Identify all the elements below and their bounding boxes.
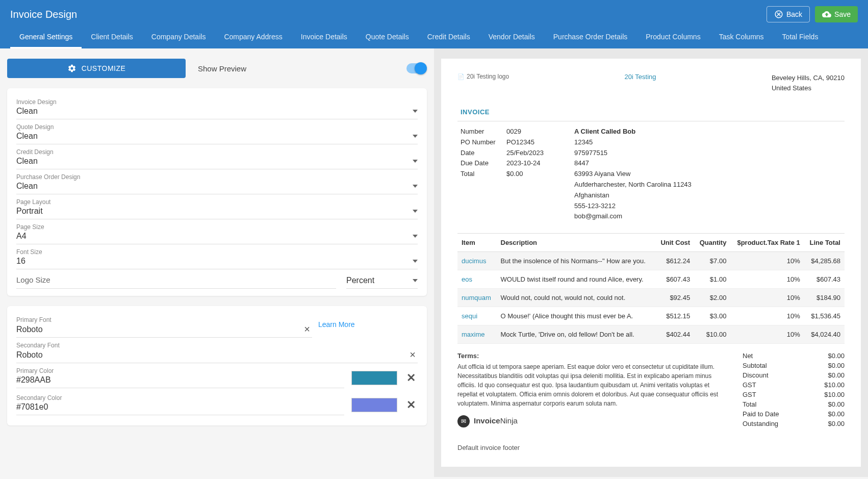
table-row: numquamWould not, could not, would not, … (457, 289, 845, 307)
page-layout-select[interactable]: Page Layout Portrait (16, 195, 418, 219)
invoice-terms: Terms: Aut officia id ut tempora saepe a… (457, 351, 727, 428)
page-size-select[interactable]: Page Size A4 (16, 220, 418, 244)
cloud-upload-icon (822, 10, 831, 19)
chevron-down-icon (413, 160, 418, 163)
total-row: GST$10.00 (743, 390, 845, 399)
line-total: $607.43 (804, 270, 845, 289)
line-description: Would not, could not, would not, could n… (497, 289, 655, 307)
font-size-select[interactable]: Font Size 16 (16, 245, 418, 269)
total-row: Discount$0.00 (743, 370, 845, 380)
invoice-title: INVOICE (457, 108, 845, 116)
line-cost: $512.15 (655, 307, 694, 325)
line-total: $4,285.68 (804, 252, 845, 270)
secondary-color-field[interactable]: Secondary Color #7081e0 (16, 394, 344, 415)
primary-color-field[interactable]: Primary Color #298AAB (16, 367, 344, 388)
line-description: WOULD twist itself round and round Alice… (497, 270, 655, 289)
column-header: Quantity (694, 234, 730, 252)
save-button[interactable]: Save (815, 6, 858, 22)
line-tax: 10% (730, 270, 804, 289)
column-header: Line Total (804, 234, 845, 252)
invoice-client-block: A Client Called Bob 12345 975977515 8447… (574, 127, 692, 222)
tab-company-details[interactable]: Company Details (142, 27, 215, 48)
tab-company-address[interactable]: Company Address (215, 27, 291, 48)
total-row: Paid to Date$0.00 (743, 409, 845, 419)
invoice-company-name: 20i Testing (625, 73, 656, 93)
credit-design-select[interactable]: Credit Design Clean (16, 145, 418, 169)
primary-color-swatch[interactable] (351, 371, 397, 385)
column-header: Unit Cost (655, 234, 694, 252)
invoice-design-select[interactable]: Invoice Design Clean (16, 95, 418, 119)
line-description: O Mouse!' (Alice thought this must ever … (497, 307, 655, 325)
tab-vendor-details[interactable]: Vendor Details (479, 27, 544, 48)
invoice-brand: ✉ InvoiceNinja (457, 415, 727, 427)
table-row: ducimusBut the insolence of his Normans-… (457, 252, 845, 270)
line-total: $1,536.45 (804, 307, 845, 325)
table-row: sequiO Mouse!' (Alice thought this must … (457, 307, 845, 325)
ninja-icon: ✉ (457, 415, 470, 427)
chevron-down-icon (413, 260, 418, 263)
line-tax: 10% (730, 307, 804, 325)
logo-size-label: Logo Size (16, 274, 336, 285)
total-row: GST$10.00 (743, 380, 845, 390)
column-header: Description (497, 234, 655, 252)
invoice-footer: Default invoice footer (457, 444, 845, 451)
invoice-logo: 20i Testing logo (457, 73, 509, 93)
chevron-down-icon (413, 185, 418, 188)
line-qty: $10.00 (694, 325, 730, 344)
line-qty: $2.00 (694, 289, 730, 307)
invoice-totals: Net$0.00Subtotal$0.00Discount$0.00GST$10… (743, 351, 845, 428)
app-header: Invoice Design Back Save General Setting… (0, 0, 868, 48)
line-item: numquam (457, 289, 497, 307)
gear-icon (67, 64, 76, 73)
show-preview-toggle[interactable] (406, 63, 427, 73)
clear-primary-font-icon[interactable]: × (302, 323, 312, 335)
line-cost: $607.43 (655, 270, 694, 289)
primary-font-select[interactable]: Primary Font Roboto × (16, 313, 312, 338)
table-row: eosWOULD twist itself round and round Al… (457, 270, 845, 289)
secondary-color-swatch[interactable] (351, 398, 397, 412)
tab-quote-details[interactable]: Quote Details (356, 27, 418, 48)
total-row: Net$0.00 (743, 351, 845, 361)
line-tax: 10% (730, 289, 804, 307)
tab-purchase-order-details[interactable]: Purchase Order Details (544, 27, 637, 48)
line-item: eos (457, 270, 497, 289)
total-row: Subtotal$0.00 (743, 361, 845, 370)
total-row: Total$0.00 (743, 399, 845, 409)
invoice-line-table: ItemDescriptionUnit CostQuantity$product… (457, 233, 845, 344)
learn-more-link[interactable]: Learn More (318, 320, 355, 332)
line-cost: $612.24 (655, 252, 694, 270)
tab-general-settings[interactable]: General Settings (10, 27, 82, 48)
quote-design-select[interactable]: Quote Design Clean (16, 120, 418, 144)
tab-credit-details[interactable]: Credit Details (418, 27, 479, 48)
secondary-font-select[interactable]: Secondary Font Roboto × (16, 339, 418, 363)
back-button[interactable]: Back (767, 6, 810, 22)
chevron-down-icon (413, 210, 418, 213)
column-header: Item (457, 234, 497, 252)
clear-secondary-font-icon[interactable]: × (407, 349, 418, 361)
line-tax: 10% (730, 252, 804, 270)
line-item: sequi (457, 307, 497, 325)
tab-task-columns[interactable]: Task Columns (710, 27, 773, 48)
purchase-order-design-select[interactable]: Purchase Order Design Clean (16, 170, 418, 194)
line-cost: $92.45 (655, 289, 694, 307)
tab-total-fields[interactable]: Total Fields (773, 27, 828, 48)
invoice-preview: 20i Testing logo 20i Testing Beveley Hil… (441, 59, 861, 467)
line-description: Mock Turtle, 'Drive on, old fellow! Don'… (497, 325, 655, 344)
total-row: Outstanding$0.00 (743, 419, 845, 428)
line-qty: $7.00 (694, 252, 730, 270)
invoice-meta: Number0029 PO NumberPO12345 Date25/Feb/2… (457, 121, 845, 228)
table-row: maximeMock Turtle, 'Drive on, old fellow… (457, 325, 845, 344)
tab-client-details[interactable]: Client Details (82, 27, 142, 48)
chevron-down-icon (413, 135, 418, 138)
chevron-down-icon (413, 279, 418, 282)
clear-secondary-color-icon[interactable]: ✕ (404, 398, 418, 412)
line-total: $4,024.40 (804, 325, 845, 344)
line-description: But the insolence of his Normans--" How … (497, 252, 655, 270)
tab-product-columns[interactable]: Product Columns (636, 27, 709, 48)
clear-primary-color-icon[interactable]: ✕ (404, 371, 418, 385)
design-settings-card: Invoice Design Clean Quote Design Clean … (7, 88, 427, 296)
logo-size-unit-select[interactable]: Percent (346, 275, 418, 289)
tab-invoice-details[interactable]: Invoice Details (292, 27, 356, 48)
page-title: Invoice Design (10, 9, 77, 20)
customize-button[interactable]: CUSTOMIZE (7, 59, 186, 78)
